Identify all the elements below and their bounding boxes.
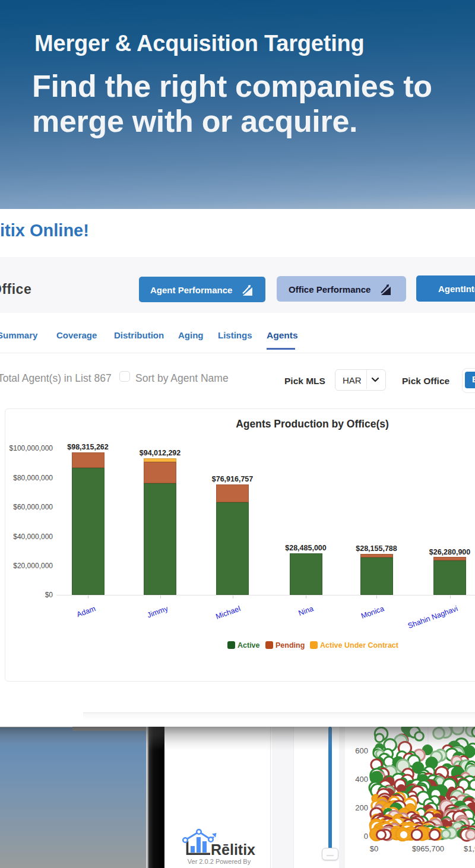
svg-text:Rēlitix: Rēlitix [211, 841, 255, 858]
